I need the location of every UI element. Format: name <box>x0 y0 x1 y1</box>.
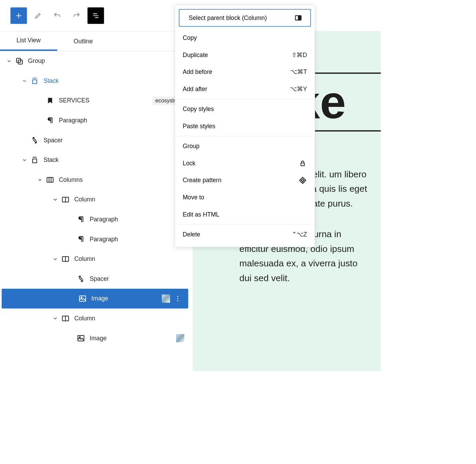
tree-item-label: Paragraph <box>59 117 186 124</box>
pencil-icon <box>34 12 42 19</box>
tree-item-label: Stack <box>43 156 186 164</box>
tree-item-spacer1[interactable]: Spacer <box>0 130 190 150</box>
edit-button[interactable] <box>30 7 46 24</box>
pattern-icon <box>298 176 307 185</box>
tree-item-image1[interactable]: Image <box>2 289 188 309</box>
tree-item-label: Paragraph <box>90 236 187 243</box>
menu-copy-styles[interactable]: Copy styles <box>175 102 315 117</box>
tree-item-label: Column <box>74 196 186 203</box>
menu-select-parent[interactable]: Select parent block (Column) <box>179 9 311 26</box>
menu-duplicate[interactable]: Duplicate ⇧⌘D <box>175 47 315 62</box>
tree-item-svc[interactable]: SERVICESecosystem <box>0 91 190 111</box>
tree-item-label: Spacer <box>43 137 186 144</box>
svg-point-8 <box>81 297 82 298</box>
chevron-down-icon[interactable] <box>51 197 60 202</box>
lock-icon <box>298 159 307 168</box>
svg-point-9 <box>177 296 178 297</box>
menu-paste-styles-label: Paste styles <box>183 123 215 130</box>
tree-item-label: Column <box>74 315 186 322</box>
menu-group[interactable]: Group <box>175 139 315 154</box>
tree-item-label: Image <box>91 295 162 302</box>
column-icon <box>294 13 303 22</box>
tree-item-group[interactable]: Group <box>0 51 190 71</box>
menu-lock[interactable]: Lock <box>175 156 315 171</box>
menu-duplicate-shortcut: ⇧⌘D <box>292 52 307 59</box>
spacer-icon <box>29 136 41 144</box>
tree-item-col3[interactable]: Column <box>0 309 190 329</box>
tree-item-para2[interactable]: Paragraph <box>0 210 190 230</box>
block-options-menu: Select parent block (Column) Copy Duplic… <box>175 5 315 247</box>
chevron-down-icon[interactable] <box>5 58 13 64</box>
paragraph-icon <box>44 116 56 124</box>
tree-item-stack1[interactable]: Stack <box>0 71 190 91</box>
tree-item-image2[interactable]: Image <box>0 328 190 348</box>
menu-create-pattern-label: Create pattern <box>183 177 221 184</box>
menu-edit-html[interactable]: Edit as HTML <box>175 207 315 222</box>
column-icon <box>60 196 72 204</box>
svg-point-11 <box>177 300 178 301</box>
chevron-down-icon[interactable] <box>36 177 44 183</box>
menu-add-before[interactable]: Add before ⌥⌘T <box>175 65 315 79</box>
chevron-down-icon[interactable] <box>20 78 29 84</box>
chevron-down-icon[interactable] <box>51 256 60 262</box>
listview-icon <box>92 12 99 19</box>
more-options-button[interactable] <box>172 295 183 302</box>
undo-button[interactable] <box>49 7 65 24</box>
column-icon <box>60 314 72 322</box>
paragraph-icon <box>75 215 87 223</box>
redo-button[interactable] <box>68 7 85 24</box>
image-thumbnail <box>176 334 184 342</box>
tree-item-para1[interactable]: Paragraph <box>0 111 190 131</box>
tab-outline[interactable]: Outline <box>57 31 109 51</box>
menu-add-before-shortcut: ⌥⌘T <box>290 68 307 76</box>
menu-divider <box>175 136 315 136</box>
undo-icon <box>53 11 61 20</box>
stack-icon <box>29 77 41 85</box>
tab-listview[interactable]: List View <box>0 31 57 51</box>
plus-icon <box>15 12 22 19</box>
tree-item-para3[interactable]: Paragraph <box>0 229 190 249</box>
svg-rect-2 <box>33 80 37 84</box>
tree-item-col2[interactable]: Column <box>0 249 190 269</box>
svg-point-10 <box>177 298 178 299</box>
tree-item-label: Columns <box>59 176 186 184</box>
tree-item-label: Paragraph <box>90 216 187 223</box>
menu-paste-styles[interactable]: Paste styles <box>175 119 315 134</box>
svg-rect-17 <box>301 163 304 166</box>
image-icon <box>75 334 87 342</box>
paragraph-icon <box>75 235 87 243</box>
menu-add-after[interactable]: Add after ⌥⌘Y <box>175 82 315 97</box>
menu-add-before-label: Add before <box>183 68 212 76</box>
add-block-button[interactable] <box>10 7 27 24</box>
menu-move-to-label: Move to <box>183 194 204 201</box>
bookmark-icon <box>44 97 56 105</box>
group-icon <box>13 57 25 65</box>
svg-rect-3 <box>33 159 37 163</box>
menu-group-label: Group <box>183 143 199 150</box>
tree-item-label: Image <box>90 335 176 342</box>
tree-item-label: Group <box>28 57 187 65</box>
chevron-down-icon[interactable] <box>20 157 29 163</box>
menu-move-to[interactable]: Move to <box>175 190 315 205</box>
svg-rect-4 <box>47 177 53 182</box>
stack-icon <box>29 156 41 164</box>
menu-delete-shortcut: ⌃⌥Z <box>292 231 307 238</box>
listview-toggle-button[interactable] <box>87 7 104 24</box>
tree-item-label: Stack <box>43 77 186 85</box>
tree-item-columns[interactable]: Columns <box>0 170 190 190</box>
menu-divider <box>175 224 315 225</box>
svg-point-14 <box>79 337 80 338</box>
menu-divider <box>175 99 315 99</box>
redo-icon <box>72 11 80 20</box>
menu-create-pattern[interactable]: Create pattern <box>175 173 315 188</box>
menu-copy-styles-label: Copy styles <box>183 106 214 113</box>
menu-copy[interactable]: Copy <box>175 31 315 45</box>
tree-item-spacer2[interactable]: Spacer <box>0 269 190 289</box>
tree-item-stack2[interactable]: Stack <box>0 150 190 170</box>
chevron-down-icon[interactable] <box>51 316 60 321</box>
tree-item-col1[interactable]: Column <box>0 190 190 210</box>
tree-item-label: Spacer <box>90 275 187 283</box>
menu-copy-label: Copy <box>183 34 197 42</box>
menu-edit-html-label: Edit as HTML <box>183 211 219 218</box>
menu-delete[interactable]: Delete ⌃⌥Z <box>175 227 315 242</box>
